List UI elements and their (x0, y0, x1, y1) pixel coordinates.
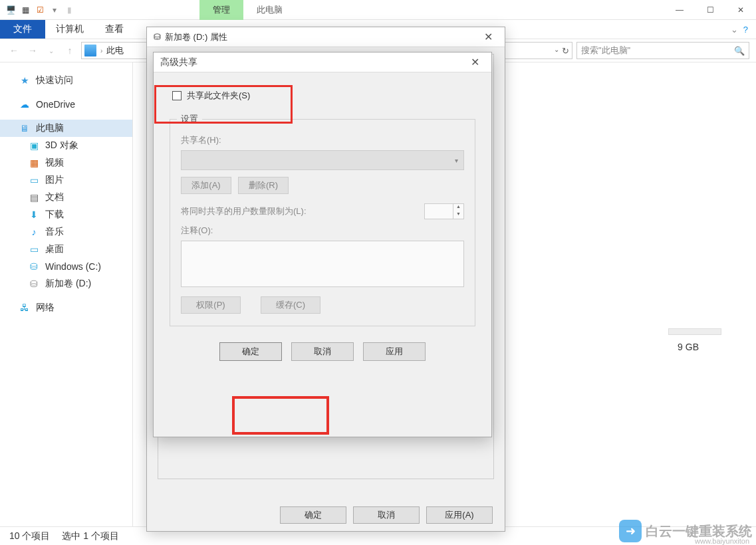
nav-recent-icon[interactable]: ⌄ (44, 43, 59, 58)
tree-pictures[interactable]: ▭ 图片 (0, 171, 132, 189)
tree-label: 此电脑 (36, 122, 64, 134)
breadcrumb-location[interactable]: 此电 (106, 45, 124, 56)
share-name-label: 共享名(H): (181, 134, 464, 146)
advanced-sharing-dialog: 高级共享 ✕ 共享此文件夹(S) 设置 共享名(H): ▾ 添加(A) 删除(R… (153, 52, 492, 437)
adv-close-icon[interactable]: ✕ (465, 56, 485, 68)
settings-legend: 设置 (177, 113, 202, 125)
ribbon-tab-thispc[interactable]: 此电脑 (243, 0, 296, 20)
tree-label: 音乐 (45, 226, 64, 238)
tree-label: 下载 (45, 209, 64, 221)
share-name-combo[interactable]: ▾ (181, 150, 464, 170)
pc-icon: 🖥 (19, 122, 31, 134)
tree-label: 文档 (45, 191, 64, 203)
minimize-button[interactable]: — (664, 0, 695, 20)
qat-sep: ▮ (64, 5, 74, 15)
nav-up-icon[interactable]: ↑ (63, 43, 77, 58)
tree-music[interactable]: ♪ 音乐 (0, 223, 132, 241)
tree-onedrive[interactable]: ☁ OneDrive (0, 96, 132, 113)
search-box[interactable]: 搜索"此电脑" 🔍 (576, 42, 749, 59)
props-titlebar[interactable]: ⛁ 新加卷 (D:) 属性 ✕ (147, 27, 505, 47)
close-button[interactable]: ✕ (725, 0, 756, 20)
props-ok-button[interactable]: 确定 (280, 506, 346, 524)
comment-label: 注释(O): (181, 225, 464, 237)
breadcrumb-sep-icon: › (100, 47, 102, 54)
menu-file[interactable]: 文件 (0, 20, 45, 39)
status-items: 10 个项目 (9, 530, 50, 542)
nav-forward-icon[interactable]: → (25, 43, 40, 58)
maximize-button[interactable]: ☐ (695, 0, 725, 20)
tree-videos[interactable]: ▦ 视频 (0, 154, 132, 171)
quick-access-toolbar: 🖥️ ▦ ☑ ▾ ▮ (0, 5, 80, 15)
adv-titlebar[interactable]: 高级共享 ✕ (154, 53, 491, 72)
drive-icon: ⛁ (28, 278, 40, 290)
tree-label: 桌面 (45, 243, 64, 255)
location-icon (84, 45, 96, 56)
props-close-icon[interactable]: ✕ (478, 31, 498, 43)
tree-drive-c[interactable]: ⛁ Windows (C:) (0, 258, 132, 275)
adv-cancel-button[interactable]: 取消 (291, 342, 354, 361)
tree-this-pc[interactable]: 🖥 此电脑 (0, 120, 132, 137)
tree-label: 新加卷 (D:) (45, 278, 91, 290)
add-button[interactable]: 添加(A) (181, 177, 231, 194)
refresh-icon[interactable]: ↻ (562, 46, 569, 56)
props-cancel-button[interactable]: 取消 (353, 506, 420, 524)
adv-button-row: 确定 取消 应用 (170, 342, 475, 361)
ribbon-tab-manage[interactable]: 管理 (199, 0, 243, 20)
drive-small-icon: ⛁ (154, 32, 161, 42)
search-icon[interactable]: 🔍 (734, 46, 745, 56)
tree-3d-objects[interactable]: ▣ 3D 对象 (0, 137, 132, 154)
tree-network[interactable]: 🖧 网络 (0, 299, 132, 316)
desktop-icon: ▭ (28, 243, 40, 255)
qat-dropdown-icon[interactable]: ▾ (49, 5, 60, 15)
app-icon: 🖥️ (5, 5, 16, 15)
spinner-down-icon[interactable]: ▼ (453, 211, 463, 219)
user-limit-spinner[interactable]: ▲ ▼ (424, 203, 464, 219)
menu-view[interactable]: 查看 (94, 20, 134, 39)
ribbon-tabs: 管理 此电脑 (199, 0, 296, 20)
qat-btn-2[interactable]: ☑ (35, 5, 45, 15)
status-selected: 选中 1 个项目 (62, 530, 119, 542)
tree-desktop[interactable]: ▭ 桌面 (0, 241, 132, 258)
tree-documents[interactable]: ▤ 文档 (0, 189, 132, 206)
share-folder-checkbox-row[interactable]: 共享此文件夹(S) (170, 86, 475, 106)
window-controls: — ☐ ✕ (664, 0, 756, 20)
share-folder-label: 共享此文件夹(S) (187, 90, 250, 102)
tree-quick-access[interactable]: ★ 快速访问 (0, 72, 132, 89)
adv-ok-button[interactable]: 确定 (219, 342, 282, 361)
cloud-icon: ☁ (19, 98, 31, 110)
adv-title-text: 高级共享 (160, 56, 197, 68)
drive-size-text: 9 GB (678, 342, 699, 352)
props-title-text: 新加卷 (D:) 属性 (165, 31, 227, 43)
props-apply-button[interactable]: 应用(A) (426, 506, 493, 524)
tree-label: OneDrive (36, 99, 75, 110)
tree-label: 网络 (36, 302, 55, 314)
remove-button[interactable]: 删除(R) (238, 177, 289, 194)
checkbox-icon[interactable] (172, 91, 182, 100)
adv-apply-button[interactable]: 应用 (363, 342, 426, 361)
chevron-down-icon: ▾ (449, 157, 463, 164)
permissions-button[interactable]: 权限(P) (181, 296, 241, 314)
qat-btn-1[interactable]: ▦ (20, 5, 31, 15)
cache-button[interactable]: 缓存(C) (261, 296, 320, 314)
nav-tree: ★ 快速访问 ☁ OneDrive 🖥 此电脑 ▣ 3D 对象 ▦ 视频 ▭ 图… (0, 62, 133, 526)
tree-downloads[interactable]: ⬇ 下载 (0, 206, 132, 223)
video-icon: ▦ (28, 157, 40, 169)
music-icon: ♪ (28, 226, 40, 238)
tree-label: 视频 (45, 157, 64, 169)
document-icon: ▤ (28, 191, 40, 203)
tree-label: 快速访问 (36, 74, 73, 86)
menu-computer[interactable]: 计算机 (45, 20, 94, 39)
comment-textarea[interactable] (181, 241, 464, 287)
download-icon: ⬇ (28, 209, 40, 221)
nav-back-icon[interactable]: ← (7, 43, 21, 58)
star-icon: ★ (19, 74, 31, 86)
help-icon[interactable]: ? (743, 25, 748, 35)
watermark-url: www.baiyunxiton (695, 537, 749, 545)
picture-icon: ▭ (28, 174, 40, 186)
address-dropdown-icon[interactable]: ⌄ (554, 46, 559, 56)
spinner-up-icon[interactable]: ▲ (453, 204, 463, 211)
tree-label: 3D 对象 (45, 140, 78, 152)
tree-drive-d[interactable]: ⛁ 新加卷 (D:) (0, 275, 132, 292)
settings-fieldset: 设置 共享名(H): ▾ 添加(A) 删除(R) 将同时共享的用户数量限制为(L… (170, 119, 475, 326)
ribbon-expand-icon[interactable]: ⌄ (731, 25, 738, 35)
